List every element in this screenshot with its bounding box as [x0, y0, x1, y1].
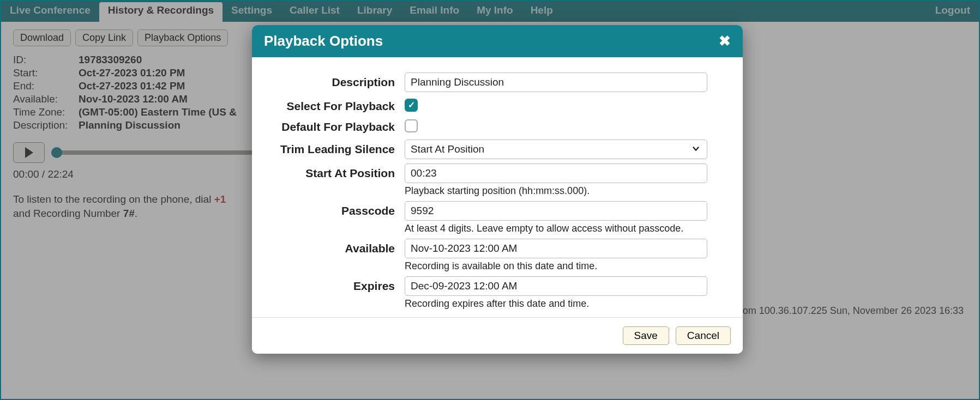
playback-options-modal: Playback Options ✖ Description Select Fo…	[252, 25, 743, 354]
label-expires: Expires	[268, 276, 405, 293]
cancel-button[interactable]: Cancel	[676, 326, 731, 345]
expires-input[interactable]	[405, 276, 707, 296]
help-passcode: At least 4 digits. Leave empty to allow …	[405, 223, 707, 234]
help-expires: Recording expires after this date and ti…	[405, 298, 707, 310]
passcode-input[interactable]	[405, 201, 707, 221]
help-start-at-position: Playback starting position (hh:mm:ss.000…	[405, 185, 707, 197]
label-passcode: Passcode	[268, 201, 405, 217]
save-button[interactable]: Save	[623, 326, 669, 345]
label-description: Description	[268, 72, 405, 89]
modal-title: Playback Options	[264, 33, 383, 50]
check-icon: ✓	[408, 101, 415, 110]
close-icon[interactable]: ✖	[719, 33, 731, 50]
label-available: Available	[268, 239, 405, 255]
label-default-for-playback: Default For Playback	[268, 117, 405, 134]
select-for-playback-checkbox[interactable]: ✓	[405, 99, 418, 112]
label-trim-leading-silence: Trim Leading Silence	[268, 140, 405, 156]
start-at-position-input[interactable]	[405, 163, 707, 183]
help-available: Recording is available on this date and …	[405, 260, 707, 272]
trim-leading-silence-select[interactable]	[405, 140, 707, 159]
label-select-for-playback: Select For Playback	[268, 96, 405, 113]
description-input[interactable]	[405, 72, 707, 92]
default-for-playback-checkbox[interactable]	[405, 119, 418, 132]
available-input[interactable]	[405, 239, 707, 258]
label-start-at-position: Start At Position	[268, 163, 405, 180]
